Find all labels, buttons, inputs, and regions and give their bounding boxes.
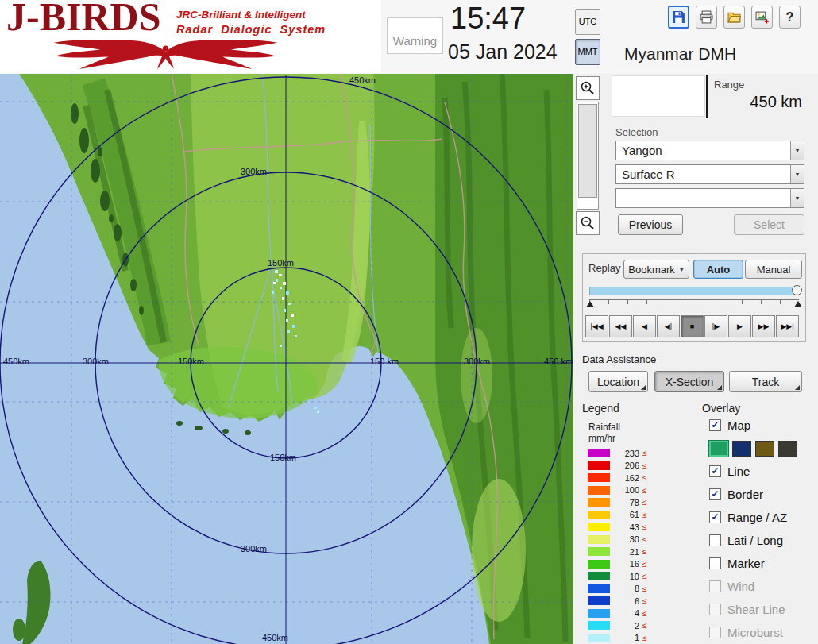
divider (706, 75, 708, 118)
open-folder-button[interactable] (723, 6, 745, 29)
playback-skip-start-button[interactable]: |◀◀ (585, 315, 608, 337)
legend-color-swatch (588, 523, 610, 531)
logo-tagline-1: JRC-Brilliant & Intelligent (176, 9, 306, 21)
map-style-swatch-2[interactable] (732, 441, 751, 457)
checkbox-marker[interactable] (709, 557, 721, 569)
checkbox-map[interactable]: ✓ (709, 419, 721, 431)
clock-date: 05 Jan 2024 (448, 40, 558, 64)
zoom-out-button[interactable] (576, 211, 600, 235)
checkbox-range-az[interactable]: ✓ (709, 511, 721, 523)
print-button[interactable] (696, 6, 717, 29)
legend-value: 16 (617, 559, 639, 569)
legend-value: 4 (617, 608, 639, 618)
manual-mode-button[interactable]: Manual (745, 260, 802, 279)
lte-symbol: ≤ (642, 498, 647, 507)
legend-color-swatch (588, 634, 610, 642)
playback-play-reverse-button[interactable]: ◀ (633, 315, 656, 337)
overlay-item-lati-long[interactable]: Lati / Long (709, 532, 814, 549)
legend-color-swatch (588, 461, 610, 470)
legend-value: 1 (617, 633, 639, 642)
overlay-item-range-az[interactable]: ✓Range / AZ (709, 509, 814, 526)
zoom-out-icon (580, 215, 596, 231)
product-dropdown-button[interactable]: ▼ (790, 165, 804, 183)
playback-skip-end-button[interactable]: ▶▶| (776, 315, 799, 337)
checkbox-microburst (709, 627, 721, 638)
legend-color-swatch (588, 596, 610, 605)
legend-color-swatch (588, 498, 610, 507)
x-section-button[interactable]: X-Section (654, 371, 724, 392)
data-assistance-buttons: LocationX-SectionTrack (582, 371, 802, 392)
bookmark-button[interactable]: Bookmark ▼ (623, 260, 689, 279)
legend-value: 6 (617, 596, 639, 606)
legend-value: 30 (617, 534, 639, 544)
legend-color-swatch (588, 560, 610, 569)
option-dropdown[interactable]: ▼ (615, 188, 804, 208)
eagle-icon (5, 36, 326, 71)
legend-value: 61 (617, 510, 639, 519)
playback-stop-button[interactable]: ■ (681, 315, 704, 337)
checkbox-lati-long[interactable] (709, 534, 721, 546)
control-panel: Range 450 km Selection Yangon ▼ Surface … (573, 74, 818, 644)
legend-row: 100≤ (588, 484, 647, 497)
playback-fast-forward-button[interactable]: ▶▶ (752, 315, 775, 337)
option-dropdown-button[interactable]: ▼ (790, 189, 804, 207)
utc-button[interactable]: UTC (575, 9, 600, 35)
checkbox-border[interactable]: ✓ (709, 488, 721, 500)
site-dropdown-button[interactable]: ▼ (790, 141, 804, 160)
playback-rewind-button[interactable]: ◀◀ (609, 315, 632, 337)
help-icon: ? (786, 10, 794, 25)
overlay-item-wind: Wind (709, 578, 814, 595)
zoom-slider-thumb[interactable] (578, 104, 597, 198)
lte-symbol: ≤ (642, 473, 647, 482)
location-button[interactable]: Location (588, 371, 648, 392)
legend-value: 206 (617, 461, 639, 470)
overlay-item-line[interactable]: ✓Line (709, 463, 814, 480)
zoom-in-button[interactable] (576, 76, 600, 100)
overlay-label: Shear Line (727, 603, 785, 616)
auto-mode-button[interactable]: Auto (693, 260, 743, 279)
save-button[interactable] (668, 6, 689, 29)
help-button[interactable]: ? (779, 6, 801, 29)
legend-row: 162≤ (588, 472, 647, 484)
bookmark-button-label: Bookmark (628, 264, 675, 276)
zoom-slider[interactable] (577, 102, 599, 210)
header-bar: J-BIRDS JRC-Brilliant & Intelligent Rada… (0, 0, 818, 75)
timeline-thumb[interactable] (792, 285, 802, 295)
export-image-icon (755, 10, 769, 24)
overlay-item-map[interactable]: ✓Map (709, 417, 814, 434)
playback-step-forward-button[interactable]: |▶ (704, 315, 727, 337)
playback-play-button[interactable]: ▶ (728, 315, 751, 337)
lte-symbol: ≤ (642, 596, 647, 605)
legend-value: 21 (617, 547, 639, 557)
mmt-button[interactable]: MMT (575, 39, 600, 65)
track-button[interactable]: Track (729, 371, 802, 392)
legend-value: 8 (617, 584, 639, 593)
replay-timeline[interactable] (589, 287, 799, 295)
product-dropdown[interactable]: Surface R ▼ (615, 164, 804, 184)
export-image-button[interactable] (751, 6, 773, 29)
legend-unit-line2: mm/hr (588, 433, 615, 444)
map-style-swatch-3[interactable] (755, 441, 774, 457)
clock-time: 15:47 (450, 2, 526, 36)
map-style-swatch-1[interactable] (709, 441, 728, 457)
overlay-label: Map (727, 418, 750, 432)
legend-value: 233 (617, 449, 639, 458)
overlay-item-border[interactable]: ✓Border (709, 486, 814, 503)
map-style-swatch-4[interactable] (778, 441, 797, 457)
legend-color-swatch (588, 449, 610, 457)
legend-color-swatch (588, 584, 610, 593)
checkbox-line[interactable]: ✓ (709, 465, 721, 477)
overlay-title: Overlay (702, 402, 740, 415)
legend-scale: 233≤206≤162≤100≤78≤61≤43≤30≤21≤16≤10≤8≤6… (588, 447, 647, 644)
legend-title: Legend (582, 402, 619, 415)
site-dropdown[interactable]: Yangon ▼ (615, 141, 804, 160)
overlay-item-marker[interactable]: Marker (709, 555, 814, 572)
previous-button[interactable]: Previous (618, 214, 683, 235)
overlay-item-shear-line: Shear Line (709, 601, 814, 618)
lte-symbol: ≤ (642, 535, 647, 544)
playback-step-back-button[interactable]: ◀| (657, 315, 680, 337)
legend-value: 100 (617, 485, 639, 495)
data-assistance-label: Data Assistance (582, 353, 656, 365)
radar-map[interactable]: 450km300km150km150 km300km450 km450km300… (0, 74, 573, 644)
legend-value: 43 (617, 523, 639, 532)
